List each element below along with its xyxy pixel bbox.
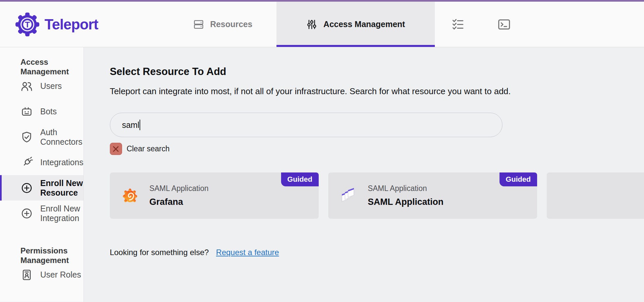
sidebar-item-label: Bots <box>40 107 57 116</box>
top-navigation: T Teleport Resources Acc <box>0 2 644 47</box>
clear-search-label[interactable]: Clear search <box>127 144 170 153</box>
teleport-logo[interactable]: T Teleport <box>0 2 169 47</box>
card-subtitle: SAML Application <box>149 184 209 193</box>
sidebar-item-bots[interactable]: Bots <box>0 99 83 124</box>
terminal-icon <box>498 18 511 31</box>
users-icon <box>20 80 33 93</box>
sidebar-item-user-roles[interactable]: User Roles <box>0 262 83 287</box>
sidebar-item-auth-connectors[interactable]: Auth Connectors <box>0 124 83 150</box>
clear-x-icon <box>112 145 119 153</box>
text-caret <box>140 120 140 130</box>
sidebar-heading-permissions-management: Permissions Management <box>0 246 83 255</box>
main-content: Select Resource To Add Teleport can inte… <box>84 47 644 302</box>
grafana-icon <box>120 186 140 205</box>
svg-text:T: T <box>25 20 30 29</box>
page-title: Select Resource To Add <box>110 65 644 78</box>
checklist-icon <box>451 18 465 31</box>
sidebar-item-users[interactable]: Users <box>0 73 83 99</box>
plug-icon <box>20 156 33 169</box>
request-a-feature-link[interactable]: Request a feature <box>216 248 279 257</box>
sidebar-item-label: User Roles <box>40 270 81 280</box>
sidebar-item-label: Auth Connectors <box>40 128 83 147</box>
tab-active-sessions[interactable] <box>481 2 527 47</box>
search-input-value: saml <box>122 120 140 130</box>
tab-resources-label: Resources <box>210 19 252 29</box>
sidebar-item-enroll-new-integration[interactable]: Enroll New Integration <box>0 201 83 226</box>
plus-circle-icon <box>20 182 33 194</box>
guided-badge: Guided <box>499 172 537 186</box>
sliders-icon <box>306 19 317 30</box>
tab-access-management-label: Access Management <box>323 19 405 29</box>
footer-prompt: Looking for something else? <box>110 248 209 257</box>
card-title: Grafana <box>149 197 209 207</box>
id-card-icon <box>20 269 33 281</box>
brand-wordmark: Teleport <box>45 16 98 33</box>
sidebar-item-integrations[interactable]: Integrations <box>0 150 83 175</box>
resource-card-grafana[interactable]: SAML Application Grafana Guided <box>110 172 319 219</box>
sidebar-heading-access-management: Access Management <box>0 57 83 67</box>
sidebar-item-label: Users <box>40 81 62 91</box>
footer: Looking for something else? Request a fe… <box>110 248 644 257</box>
clear-search: Clear search <box>110 143 644 155</box>
resource-card-partial[interactable] <box>547 172 644 219</box>
clear-search-button[interactable] <box>110 143 122 155</box>
bot-icon <box>20 105 33 118</box>
tab-access-requests[interactable] <box>435 2 481 47</box>
page-description: Teleport can integrate into most, if not… <box>110 87 644 96</box>
search-input[interactable]: saml <box>110 113 502 137</box>
teleport-gear-icon: T <box>15 12 40 37</box>
sidebar-item-label: Integrations <box>40 158 83 167</box>
tab-access-management[interactable]: Access Management <box>276 2 435 47</box>
tab-resources[interactable]: Resources <box>169 2 276 47</box>
sidebar-item-label: Enroll New Resource <box>40 178 83 198</box>
card-subtitle: SAML Application <box>368 184 444 193</box>
resource-card-saml-application[interactable]: SAML Application SAML Application Guided <box>328 172 537 219</box>
sidebar-item-enroll-new-resource[interactable]: Enroll New Resource <box>0 175 83 201</box>
sidebar: Access Management Users <box>0 47 84 302</box>
plus-circle-icon <box>20 207 33 220</box>
servers-icon <box>193 19 204 30</box>
guided-badge: Guided <box>281 172 319 186</box>
card-title: SAML Application <box>368 197 444 207</box>
sidebar-item-label: Enroll New Integration <box>40 204 83 223</box>
shield-check-icon <box>20 131 33 143</box>
resource-card-list: SAML Application Grafana Guided <box>110 172 644 219</box>
saml-stack-icon <box>339 186 358 205</box>
